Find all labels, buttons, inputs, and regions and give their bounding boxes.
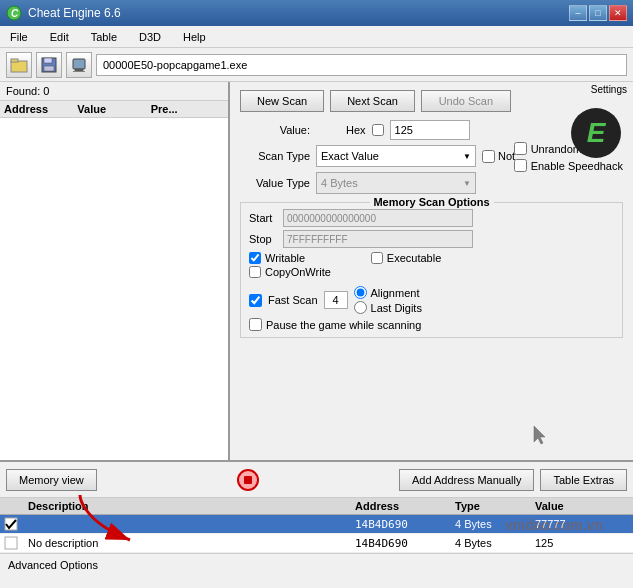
copyonwrite-checkbox[interactable]: [249, 266, 261, 278]
memory-view-button[interactable]: Memory view: [6, 469, 97, 491]
copyonwrite-row: CopyOnWrite: [249, 266, 331, 278]
maximize-button[interactable]: □: [589, 5, 607, 21]
scan-type-dropdown[interactable]: Exact Value ▼: [316, 145, 476, 167]
stop-range-row: Stop: [249, 230, 614, 248]
col-active: [4, 500, 28, 512]
svg-rect-6: [44, 66, 54, 71]
open-button[interactable]: [6, 52, 32, 78]
address-table-header: Description Address Type Value: [0, 498, 633, 515]
not-option: Not: [482, 150, 515, 163]
menu-file[interactable]: File: [4, 29, 34, 45]
pointer-icon: [529, 424, 553, 448]
add-address-button[interactable]: Add Address Manually: [399, 469, 534, 491]
speedhack-row: Enable Speedhack: [514, 159, 623, 172]
value-type-dropdown[interactable]: 4 Bytes ▼: [316, 172, 476, 194]
pointer-icon-area: [529, 424, 553, 450]
svg-rect-8: [75, 69, 83, 71]
writable-checkbox[interactable]: [249, 252, 261, 264]
col-address: Address: [4, 103, 77, 115]
scan-buttons: New Scan Next Scan Undo Scan: [240, 90, 623, 112]
window-title: Cheat Engine 6.6: [28, 6, 563, 20]
scan-type-arrow: ▼: [463, 152, 471, 161]
stop-input: [283, 230, 473, 248]
save-button[interactable]: [36, 52, 62, 78]
alignment-options: Alignment Last Digits: [354, 286, 422, 314]
stop-button[interactable]: [234, 466, 262, 494]
lastdigits-radio[interactable]: [354, 301, 367, 314]
fastscan-row: Fast Scan Alignment Last Digits: [249, 286, 614, 314]
fastscan-value[interactable]: [324, 291, 348, 309]
process-button[interactable]: [66, 52, 92, 78]
svg-rect-2: [11, 61, 27, 72]
executable-row: Executable: [371, 252, 441, 264]
not-checkbox[interactable]: [482, 150, 495, 163]
results-list: [0, 118, 228, 460]
next-scan-button[interactable]: Next Scan: [330, 90, 415, 112]
stop-label: Stop: [249, 233, 279, 245]
watermark: vnidao.com.vn: [505, 517, 603, 533]
hex-checkbox[interactable]: [372, 124, 384, 136]
found-count: Found: 0: [0, 82, 228, 101]
menu-bar: File Edit Table D3D Help: [0, 26, 633, 48]
value-input[interactable]: [390, 120, 470, 140]
memory-scan-section: Memory Scan Options Start Stop: [240, 202, 623, 338]
start-input: [283, 209, 473, 227]
scan-results-panel: Found: 0 Address Value Pre...: [0, 82, 230, 460]
settings-label[interactable]: Settings: [591, 84, 627, 95]
svg-text:C: C: [11, 8, 19, 19]
alignment-radio[interactable]: [354, 286, 367, 299]
value-type-label: Value Type: [240, 177, 310, 189]
value-label: Value:: [240, 124, 310, 136]
svg-rect-9: [73, 71, 85, 72]
toolbar: 00000E50-popcapgame1.exe: [0, 48, 633, 82]
value-row: Value: Hex: [240, 120, 623, 140]
row1-active: [4, 517, 28, 531]
stop-circle-icon: [237, 469, 259, 491]
menu-table[interactable]: Table: [85, 29, 123, 45]
advanced-options-bar[interactable]: Advanced Options: [0, 553, 633, 575]
row2-desc: No description: [28, 537, 355, 549]
hex-label: Hex: [346, 124, 366, 136]
speedhack-checkbox[interactable]: [514, 159, 527, 172]
row1-address: 14B4D690: [355, 518, 455, 531]
executable-checkbox[interactable]: [371, 252, 383, 264]
menu-edit[interactable]: Edit: [44, 29, 75, 45]
col-value-hdr: Value: [535, 500, 615, 512]
address-table-section: Description Address Type Value 14B4D690 …: [0, 498, 633, 575]
svg-rect-3: [11, 59, 18, 62]
col-type-hdr: Type: [455, 500, 535, 512]
results-header: Address Value Pre...: [0, 101, 228, 118]
app-icon: C: [6, 5, 22, 21]
start-label: Start: [249, 212, 279, 224]
new-scan-button[interactable]: New Scan: [240, 90, 324, 112]
row2-active: [4, 536, 28, 550]
unrandomizer-checkbox[interactable]: [514, 142, 527, 155]
table-extras-button[interactable]: Table Extras: [540, 469, 627, 491]
close-button[interactable]: ✕: [609, 5, 627, 21]
pause-game-checkbox[interactable]: [249, 318, 262, 331]
minimize-button[interactable]: –: [569, 5, 587, 21]
row2-value: 125: [535, 537, 615, 549]
row2-address: 14B4D690: [355, 537, 455, 550]
title-bar: C Cheat Engine 6.6 – □ ✕: [0, 0, 633, 26]
svg-rect-12: [5, 537, 17, 549]
bottom-bar: Memory view Add Address Manually Table E…: [0, 462, 633, 498]
undo-scan-button[interactable]: Undo Scan: [421, 90, 511, 112]
memory-scan-title: Memory Scan Options: [369, 196, 493, 208]
menu-help[interactable]: Help: [177, 29, 212, 45]
fastscan-checkbox[interactable]: [249, 294, 262, 307]
menu-d3d[interactable]: D3D: [133, 29, 167, 45]
col-address-hdr: Address: [355, 500, 455, 512]
col-previous: Pre...: [151, 103, 224, 115]
value-type-row: Value Type 4 Bytes ▼: [240, 172, 623, 194]
main-area: Found: 0 Address Value Pre... New Scan N…: [0, 82, 633, 462]
row2-type: 4 Bytes: [455, 537, 535, 549]
window-controls: – □ ✕: [569, 5, 627, 21]
start-range-row: Start: [249, 209, 614, 227]
ce-logo: E: [571, 108, 621, 158]
svg-rect-7: [73, 59, 85, 69]
pause-game-row: Pause the game while scanning: [249, 318, 614, 331]
col-description: Description: [28, 500, 355, 512]
process-address-bar: 00000E50-popcapgame1.exe: [96, 54, 627, 76]
table-row[interactable]: No description 14B4D690 4 Bytes 125: [0, 534, 633, 553]
